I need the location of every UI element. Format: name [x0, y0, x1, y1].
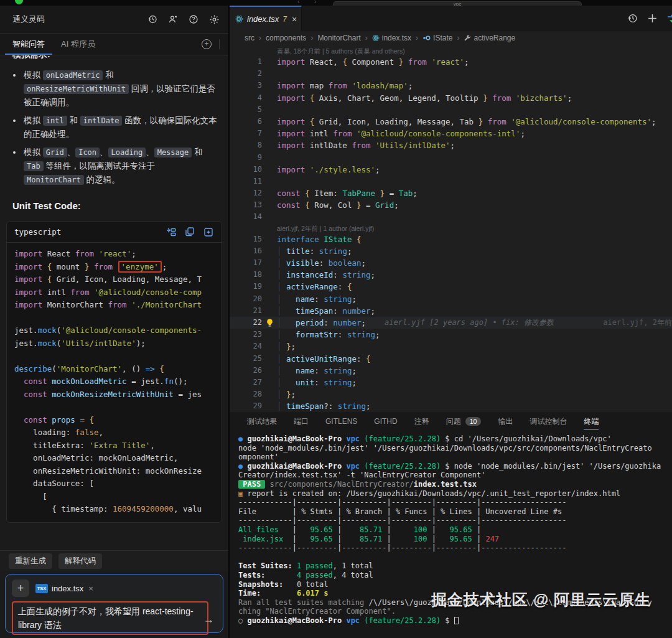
chip-close-icon[interactable]: × [88, 584, 93, 593]
window-titlebar: ‹ › vpc [0, 0, 672, 6]
lightbulb-icon [262, 164, 277, 176]
panel-tab-端口[interactable]: 端口 [294, 411, 309, 431]
blame-line: 黄巢, 18个月前 | 5 authors (黄巢 and others) [230, 46, 672, 56]
inline-code-chip: MonitorChart [24, 175, 84, 185]
code-line: 10import './style.less'; [230, 164, 672, 176]
code-line: titleExtra: 'Extra Title', [14, 439, 214, 453]
new-editor-icon[interactable] [646, 13, 658, 24]
nav-arrows-icon[interactable]: ‹ › [297, 0, 322, 5]
list-item: 模拟 onLoadMetric 和 onResizeMetricWithUnit… [22, 68, 217, 110]
lightbulb-icon [262, 80, 277, 91]
code-line: 8import intlDate from 'Utils/intlDate'; [230, 139, 672, 151]
code-line: ○ guozhikai@MacBook-Pro vpc (feature/25.… [238, 616, 672, 626]
lightbulb-icon [262, 92, 277, 104]
chat-code-lines[interactable]: import React from 'react';import { mount… [7, 243, 222, 522]
code-line: 15interface IState { [230, 233, 672, 245]
breadcrumb-item[interactable]: activeRange [464, 34, 515, 42]
breadcrumb-item[interactable]: components [266, 34, 306, 42]
code-line: ------------|---------|----------|------… [238, 543, 672, 553]
panel-tab-问题[interactable]: 问题10 [446, 411, 482, 431]
lightbulb-icon [262, 152, 277, 164]
problems-count-badge: 10 [465, 417, 482, 426]
breadcrumb-separator-icon: › [259, 34, 261, 42]
code-line: Test Suites: 1 passed, 1 total [238, 561, 672, 571]
assistant-title: 通义灵码 [12, 14, 147, 25]
code-line: omponent' [238, 453, 672, 462]
code-line: 3import map from 'lodash/map'; [230, 80, 672, 91]
inline-code-chip: intlDate [80, 116, 123, 126]
code-line [238, 553, 672, 562]
send-icon[interactable]: → [203, 613, 214, 626]
lightbulb-icon[interactable] [262, 317, 277, 329]
panel-tab-GITHD[interactable]: GITHD [374, 411, 397, 431]
tabbar-divider [219, 39, 220, 49]
breadcrumb-item[interactable]: src [245, 34, 254, 42]
macos-maximize-button[interactable] [15, 0, 23, 4]
history-icon[interactable] [147, 14, 158, 25]
breadcrumb-separator-icon: › [310, 34, 313, 42]
assistant-conversation[interactable]: 模拟需求: 模拟 onLoadMetric 和 onResizeMetricWi… [0, 55, 228, 550]
settings-gear-icon[interactable] [208, 14, 220, 25]
inline-code-chip: onLoadMetric [43, 70, 103, 80]
panel-tab-GITLENS[interactable]: GITLENS [325, 411, 357, 431]
lightbulb-icon [262, 56, 277, 68]
timeline-history-icon[interactable] [627, 13, 638, 24]
editor-region: index.tsx 7 × src›components›MonitorChar… [230, 6, 672, 638]
code-editor[interactable]: 黄巢, 18个月前 | 5 authors (黄巢 and others)1im… [230, 45, 672, 411]
breadcrumb: src›components›MonitorChart›index.tsx›IS… [230, 31, 672, 45]
code-line: jest.mock('@alicloud/console-components- [14, 324, 214, 337]
lightbulb-icon [262, 187, 277, 199]
panel-tab-测试结果[interactable]: 测试结果 [247, 411, 277, 431]
sync-compare-icon[interactable] [666, 13, 672, 24]
lightbulb-icon [262, 281, 277, 293]
inline-code-chip: intl [43, 116, 67, 126]
code-line [14, 401, 214, 414]
insert-code-icon[interactable] [166, 227, 177, 238]
code-line: onLoadMetric: mockOnLoadMetric, [14, 452, 214, 465]
tab-close-icon[interactable]: × [292, 14, 297, 24]
lightbulb-icon [262, 340, 277, 352]
breadcrumb-item[interactable]: IState [422, 34, 452, 42]
copy-code-icon[interactable] [184, 227, 195, 238]
code-line: import intl from '@alicloud/console-comp [14, 286, 214, 299]
editor-tab-index-tsx[interactable]: index.tsx 7 × [230, 6, 302, 31]
code-line: All files | 95.65 | 85.71 | 100 | 95.65 … [238, 525, 672, 535]
inline-code-chip: Grid [43, 148, 67, 157]
panel-tab-注释[interactable]: 注释 [414, 411, 429, 431]
code-line: ------------|---------|----------|------… [238, 516, 672, 525]
terminal[interactable]: ● guozhikai@MacBook-Pro vpc (feature/25.… [230, 431, 672, 638]
lightbulb-icon [262, 293, 277, 305]
explain-code-button[interactable]: 解释代码 [58, 553, 102, 569]
breadcrumb-separator-icon: › [365, 34, 368, 42]
tab-smart-qa[interactable]: 智能问答 [12, 34, 45, 55]
clipped-heading: 模拟需求: [12, 55, 216, 61]
code-line: File | % Stmts | % Branch | % Funcs | % … [238, 507, 672, 517]
breadcrumb-item[interactable]: MonitorChart [317, 34, 360, 42]
panel-tab-调试控制台[interactable]: 调试控制台 [530, 411, 567, 431]
new-session-icon[interactable]: + [202, 39, 212, 49]
lightbulb-icon [262, 176, 277, 187]
code-line: 26│ name: string; [230, 365, 672, 377]
assistant-input-box[interactable]: + TSX index.tsx × 上面生成的例子不对，我希望用 react-t… [5, 574, 223, 633]
add-context-button[interactable]: + [12, 579, 29, 597]
regenerate-button[interactable]: 重新生成 [9, 553, 52, 569]
tab-ai-programmer[interactable]: AI 程序员 [61, 34, 95, 55]
command-center-search[interactable]: vpc [333, 1, 582, 6]
inline-code-chip: Tab [24, 161, 44, 171]
feedback-person-icon[interactable] [167, 14, 179, 25]
panel-tab-输出[interactable]: 输出 [498, 411, 513, 431]
code-line: const props = { [14, 414, 214, 427]
code-block-header: typescript [7, 222, 222, 243]
code-line: ▣ report is created on: /Users/guozhikai… [238, 489, 672, 499]
lightbulb-icon [262, 377, 277, 388]
help-icon[interactable] [188, 14, 199, 25]
code-line: 22│ period: number;aierl.yjf [2 years ag… [230, 317, 672, 329]
context-file-chip[interactable]: TSX index.tsx × [35, 584, 93, 593]
lightbulb-icon [262, 104, 277, 116]
new-file-code-icon[interactable] [203, 227, 214, 238]
code-line [14, 312, 214, 325]
breadcrumb-item[interactable]: index.tsx [372, 34, 411, 42]
panel-tab-终端[interactable]: 终端 [584, 411, 599, 431]
user-message-annotated[interactable]: 上面生成的例子不对，我希望用 react-testing-library 语法 [12, 601, 208, 635]
code-line: Time: 6.017 s [238, 589, 672, 598]
